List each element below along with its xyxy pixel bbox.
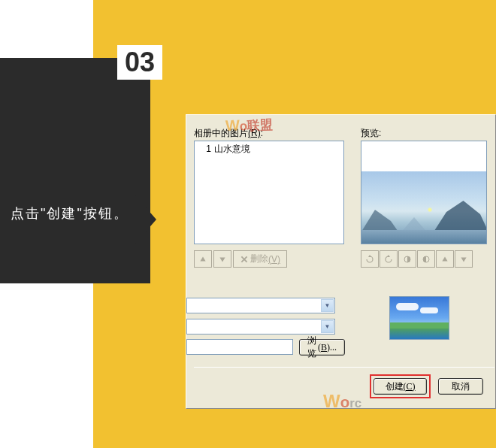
cancel-button[interactable]: 取消 [438,378,483,395]
remove-button[interactable]: 删除(V) [233,250,287,268]
preview-image [361,171,486,244]
layout-dropdown[interactable]: ▼ [186,298,335,313]
rotate-left-button[interactable] [361,250,379,268]
browse-button[interactable]: 浏览(B)... [299,339,345,356]
contrast-down-button[interactable] [417,250,435,268]
list-toolbar: 删除(V) [194,250,287,268]
step-number-badge: 03 [117,45,162,80]
preview-label: 预览: [361,127,381,140]
chevron-down-icon: ▼ [321,320,334,333]
album-dialog: 相册中的图片(R): 预览: 1 山水意境 删除(V) ▼ [186,114,496,409]
pictures-label: 相册中的图片(R): [194,127,263,140]
theme-textfield[interactable] [186,339,293,355]
chevron-down-icon: ▼ [321,299,334,312]
preview-pane [361,141,487,244]
brightness-down-button[interactable] [455,250,473,268]
list-item[interactable]: 1 山水意境 [196,143,342,155]
move-down-button[interactable] [213,250,231,268]
brightness-up-button[interactable] [436,250,454,268]
create-button[interactable]: 创建(C) [374,378,427,395]
frame-dropdown[interactable]: ▼ [186,319,335,334]
instruction-text: 点击"创建"按钮。 [11,203,138,225]
dark-sidebar [0,58,150,283]
layout-thumbnail [389,296,449,340]
pictures-listbox[interactable]: 1 山水意境 [194,141,344,244]
contrast-up-button[interactable] [398,250,416,268]
rotate-right-button[interactable] [380,250,398,268]
arrow-pointer-icon [135,195,156,244]
separator [194,367,494,368]
list-item-index: 1 [196,143,214,155]
list-item-name: 山水意境 [214,143,250,155]
image-adjust-toolbar [361,250,473,268]
move-up-button[interactable] [194,250,212,268]
